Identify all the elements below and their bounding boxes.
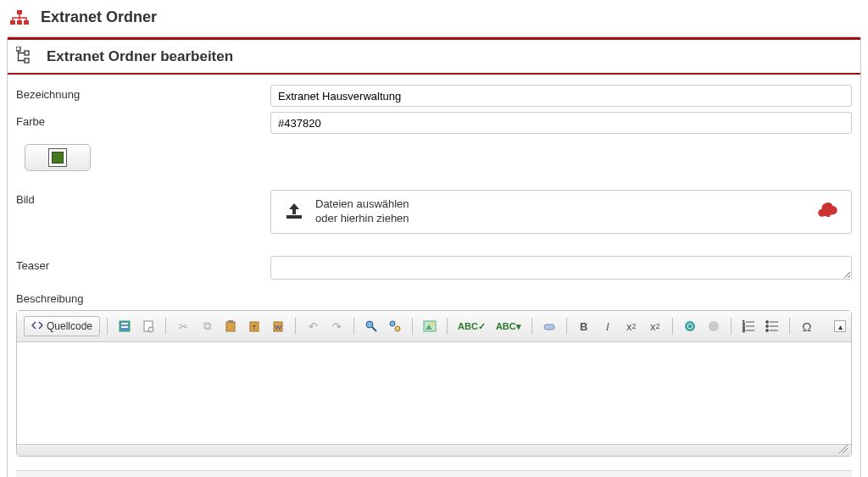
svg-text:T: T [253, 324, 257, 331]
sitemap-icon [10, 10, 29, 25]
rte-spellcheck-icon[interactable]: ABC✓ [454, 316, 489, 336]
upload-line1: Dateien auswählen [315, 197, 409, 212]
svg-rect-2 [17, 20, 22, 25]
rte-source-label: Quellcode [47, 320, 92, 332]
code-icon [31, 320, 43, 333]
svg-rect-25 [544, 324, 554, 330]
svg-point-26 [685, 321, 695, 331]
svg-point-34 [765, 321, 768, 324]
svg-point-20 [390, 321, 395, 326]
rte-paste-icon[interactable] [220, 316, 241, 336]
row-teaser: Teaser [16, 256, 852, 282]
rte-collapse-toolbar-icon[interactable]: ▴ [834, 320, 846, 332]
svg-point-18 [366, 321, 373, 328]
rte-paste-text-icon[interactable]: T [244, 316, 264, 336]
rte-undo-icon[interactable]: ↶ [303, 316, 323, 336]
rte-spellcheck-as-type-icon[interactable]: ABC▾ [492, 316, 525, 336]
rte-content-area[interactable] [17, 342, 851, 444]
svg-point-24 [431, 323, 434, 325]
svg-rect-4 [16, 47, 20, 51]
rte-specialchar-icon[interactable]: Ω [797, 316, 817, 336]
page-title: Extranet Ordner [41, 8, 157, 26]
rte-bold-icon[interactable]: B [574, 316, 594, 336]
svg-rect-3 [24, 20, 29, 25]
bezeichnung-input[interactable] [270, 85, 852, 107]
rte-find-icon[interactable] [361, 316, 381, 336]
svg-line-19 [372, 327, 376, 331]
svg-rect-8 [121, 323, 128, 324]
label-bezeichnung: Bezeichnung [16, 85, 270, 101]
rte-templates-icon[interactable] [114, 316, 135, 336]
rte-replace-icon[interactable] [385, 316, 405, 336]
label-beschreibung: Beschreibung [16, 292, 852, 305]
svg-rect-12 [226, 322, 235, 331]
rte-removeformat-icon[interactable] [539, 316, 559, 336]
upload-icon [283, 202, 305, 223]
svg-point-21 [395, 326, 400, 331]
page-header: Extranet Ordner [0, 0, 868, 36]
svg-rect-6 [25, 58, 29, 63]
row-farbe: Farbe [16, 112, 852, 134]
rte-unlink-icon[interactable] [704, 316, 724, 336]
rte-bulletlist-icon[interactable] [762, 316, 782, 336]
rte-superscript-icon[interactable]: x2 [645, 316, 665, 336]
rte-copy-icon[interactable]: ⧉ [197, 316, 217, 336]
rte-source-button[interactable]: Quellcode [24, 316, 100, 336]
rte-resize-handle[interactable] [17, 444, 851, 456]
rte-toolbar: Quellcode ✂ ⧉ T W ↶ ↷ [17, 311, 851, 342]
cloud-upload-icon[interactable] [817, 202, 839, 222]
label-bild: Bild [16, 190, 270, 206]
svg-point-27 [709, 321, 719, 331]
color-picker-button[interactable] [25, 144, 91, 171]
upload-line2: oder hierhin ziehen [315, 212, 409, 226]
teaser-input[interactable] [270, 256, 852, 280]
row-bezeichnung: Bezeichnung [16, 85, 852, 107]
svg-rect-5 [25, 51, 29, 55]
color-swatch-icon [48, 148, 67, 167]
svg-point-38 [765, 330, 768, 332]
svg-point-36 [765, 325, 768, 328]
footer-bar: Speichern Aktualisieren Abbrechen Lösche… [16, 470, 852, 477]
upload-text: Dateien auswählen oder hierhin ziehen [315, 197, 409, 226]
rte-paste-word-icon[interactable]: W [268, 316, 288, 336]
rte-newpage-icon[interactable] [138, 316, 159, 336]
section-body: Bezeichnung Farbe Bild [8, 75, 860, 477]
rte-italic-icon[interactable]: I [598, 316, 618, 336]
rich-text-editor: Quellcode ✂ ⧉ T W ↶ ↷ [16, 310, 852, 457]
svg-rect-1 [10, 20, 15, 25]
row-color-button [16, 139, 852, 171]
upload-dropzone[interactable]: Dateien auswählen oder hierhin ziehen [270, 190, 852, 234]
section-header: Extranet Ordner bearbeiten [8, 37, 860, 75]
edit-folder-section: Extranet Ordner bearbeiten Bezeichnung F… [7, 36, 861, 477]
rte-link-icon[interactable] [680, 316, 700, 336]
section-title: Extranet Ordner bearbeiten [47, 48, 233, 65]
svg-point-11 [148, 327, 153, 332]
svg-rect-0 [17, 10, 22, 14]
svg-rect-9 [121, 326, 128, 328]
svg-text:W: W [275, 324, 281, 331]
tree-icon [16, 47, 35, 66]
rte-redo-icon[interactable]: ↷ [326, 316, 347, 336]
rte-cut-icon[interactable]: ✂ [173, 316, 193, 336]
svg-rect-13 [228, 320, 233, 323]
farbe-input[interactable] [270, 112, 852, 134]
rte-numberedlist-icon[interactable]: 123 [738, 316, 759, 336]
row-bild: Bild Dateien auswählen oder hierhin zieh… [16, 190, 852, 234]
rte-image-icon[interactable] [420, 316, 440, 336]
rte-subscript-icon[interactable]: x2 [621, 316, 642, 336]
svg-text:3: 3 [743, 328, 745, 333]
label-farbe: Farbe [16, 112, 270, 128]
label-teaser: Teaser [16, 256, 270, 272]
